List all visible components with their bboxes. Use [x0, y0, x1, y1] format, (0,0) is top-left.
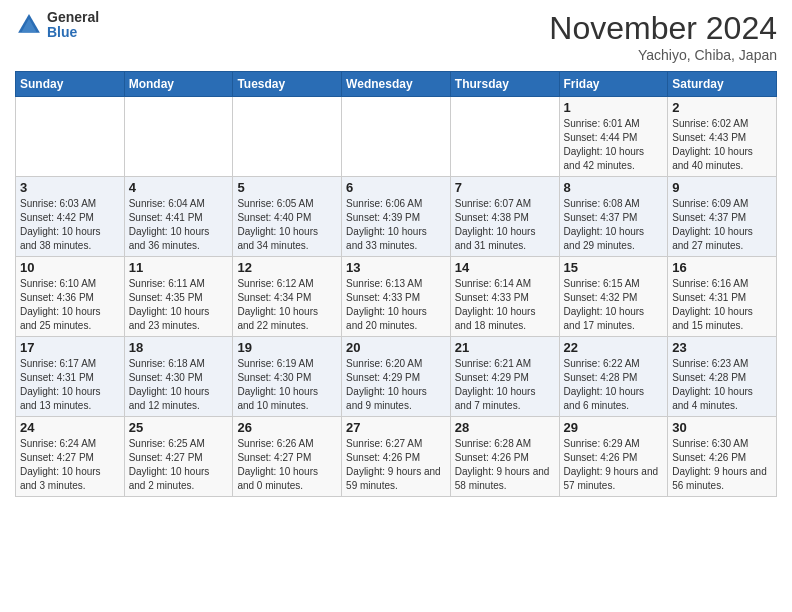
day-info: Sunrise: 6:03 AM Sunset: 4:42 PM Dayligh… [20, 197, 120, 253]
day-cell [16, 97, 125, 177]
header-tuesday: Tuesday [233, 72, 342, 97]
day-cell: 4Sunrise: 6:04 AM Sunset: 4:41 PM Daylig… [124, 177, 233, 257]
day-info: Sunrise: 6:02 AM Sunset: 4:43 PM Dayligh… [672, 117, 772, 173]
day-info: Sunrise: 6:13 AM Sunset: 4:33 PM Dayligh… [346, 277, 446, 333]
day-info: Sunrise: 6:24 AM Sunset: 4:27 PM Dayligh… [20, 437, 120, 493]
day-number: 11 [129, 260, 229, 275]
day-info: Sunrise: 6:01 AM Sunset: 4:44 PM Dayligh… [564, 117, 664, 173]
header-saturday: Saturday [668, 72, 777, 97]
day-info: Sunrise: 6:23 AM Sunset: 4:28 PM Dayligh… [672, 357, 772, 413]
day-cell: 5Sunrise: 6:05 AM Sunset: 4:40 PM Daylig… [233, 177, 342, 257]
header-friday: Friday [559, 72, 668, 97]
logo-general-text: General [47, 10, 99, 25]
logo-icon [15, 11, 43, 39]
day-number: 15 [564, 260, 664, 275]
day-cell: 20Sunrise: 6:20 AM Sunset: 4:29 PM Dayli… [342, 337, 451, 417]
day-number: 24 [20, 420, 120, 435]
day-info: Sunrise: 6:08 AM Sunset: 4:37 PM Dayligh… [564, 197, 664, 253]
header-monday: Monday [124, 72, 233, 97]
day-number: 30 [672, 420, 772, 435]
day-cell: 29Sunrise: 6:29 AM Sunset: 4:26 PM Dayli… [559, 417, 668, 497]
day-cell: 16Sunrise: 6:16 AM Sunset: 4:31 PM Dayli… [668, 257, 777, 337]
day-cell: 28Sunrise: 6:28 AM Sunset: 4:26 PM Dayli… [450, 417, 559, 497]
location-subtitle: Yachiyo, Chiba, Japan [549, 47, 777, 63]
logo-text: General Blue [47, 10, 99, 41]
day-number: 3 [20, 180, 120, 195]
day-cell [342, 97, 451, 177]
day-info: Sunrise: 6:18 AM Sunset: 4:30 PM Dayligh… [129, 357, 229, 413]
header: General Blue November 2024 Yachiyo, Chib… [15, 10, 777, 63]
day-info: Sunrise: 6:20 AM Sunset: 4:29 PM Dayligh… [346, 357, 446, 413]
day-cell: 8Sunrise: 6:08 AM Sunset: 4:37 PM Daylig… [559, 177, 668, 257]
calendar-table: Sunday Monday Tuesday Wednesday Thursday… [15, 71, 777, 497]
week-row-2: 3Sunrise: 6:03 AM Sunset: 4:42 PM Daylig… [16, 177, 777, 257]
day-info: Sunrise: 6:25 AM Sunset: 4:27 PM Dayligh… [129, 437, 229, 493]
day-cell: 24Sunrise: 6:24 AM Sunset: 4:27 PM Dayli… [16, 417, 125, 497]
day-cell: 17Sunrise: 6:17 AM Sunset: 4:31 PM Dayli… [16, 337, 125, 417]
day-cell: 13Sunrise: 6:13 AM Sunset: 4:33 PM Dayli… [342, 257, 451, 337]
day-number: 19 [237, 340, 337, 355]
day-cell [233, 97, 342, 177]
week-row-1: 1Sunrise: 6:01 AM Sunset: 4:44 PM Daylig… [16, 97, 777, 177]
title-block: November 2024 Yachiyo, Chiba, Japan [549, 10, 777, 63]
day-cell: 15Sunrise: 6:15 AM Sunset: 4:32 PM Dayli… [559, 257, 668, 337]
day-cell: 3Sunrise: 6:03 AM Sunset: 4:42 PM Daylig… [16, 177, 125, 257]
day-cell: 7Sunrise: 6:07 AM Sunset: 4:38 PM Daylig… [450, 177, 559, 257]
day-cell: 27Sunrise: 6:27 AM Sunset: 4:26 PM Dayli… [342, 417, 451, 497]
day-number: 21 [455, 340, 555, 355]
day-cell [124, 97, 233, 177]
day-cell: 30Sunrise: 6:30 AM Sunset: 4:26 PM Dayli… [668, 417, 777, 497]
day-cell: 2Sunrise: 6:02 AM Sunset: 4:43 PM Daylig… [668, 97, 777, 177]
day-number: 9 [672, 180, 772, 195]
day-info: Sunrise: 6:07 AM Sunset: 4:38 PM Dayligh… [455, 197, 555, 253]
day-number: 4 [129, 180, 229, 195]
day-number: 22 [564, 340, 664, 355]
weekday-header-row: Sunday Monday Tuesday Wednesday Thursday… [16, 72, 777, 97]
day-number: 26 [237, 420, 337, 435]
day-cell: 12Sunrise: 6:12 AM Sunset: 4:34 PM Dayli… [233, 257, 342, 337]
day-number: 28 [455, 420, 555, 435]
day-info: Sunrise: 6:27 AM Sunset: 4:26 PM Dayligh… [346, 437, 446, 493]
day-cell: 9Sunrise: 6:09 AM Sunset: 4:37 PM Daylig… [668, 177, 777, 257]
day-cell: 10Sunrise: 6:10 AM Sunset: 4:36 PM Dayli… [16, 257, 125, 337]
day-number: 27 [346, 420, 446, 435]
header-thursday: Thursday [450, 72, 559, 97]
day-number: 17 [20, 340, 120, 355]
day-cell: 14Sunrise: 6:14 AM Sunset: 4:33 PM Dayli… [450, 257, 559, 337]
day-info: Sunrise: 6:10 AM Sunset: 4:36 PM Dayligh… [20, 277, 120, 333]
day-number: 5 [237, 180, 337, 195]
day-info: Sunrise: 6:12 AM Sunset: 4:34 PM Dayligh… [237, 277, 337, 333]
day-info: Sunrise: 6:26 AM Sunset: 4:27 PM Dayligh… [237, 437, 337, 493]
day-cell: 26Sunrise: 6:26 AM Sunset: 4:27 PM Dayli… [233, 417, 342, 497]
day-info: Sunrise: 6:06 AM Sunset: 4:39 PM Dayligh… [346, 197, 446, 253]
logo-blue-text: Blue [47, 25, 99, 40]
day-info: Sunrise: 6:29 AM Sunset: 4:26 PM Dayligh… [564, 437, 664, 493]
day-number: 25 [129, 420, 229, 435]
day-number: 13 [346, 260, 446, 275]
day-number: 29 [564, 420, 664, 435]
day-info: Sunrise: 6:16 AM Sunset: 4:31 PM Dayligh… [672, 277, 772, 333]
week-row-4: 17Sunrise: 6:17 AM Sunset: 4:31 PM Dayli… [16, 337, 777, 417]
day-cell: 23Sunrise: 6:23 AM Sunset: 4:28 PM Dayli… [668, 337, 777, 417]
day-number: 20 [346, 340, 446, 355]
header-wednesday: Wednesday [342, 72, 451, 97]
week-row-3: 10Sunrise: 6:10 AM Sunset: 4:36 PM Dayli… [16, 257, 777, 337]
day-number: 2 [672, 100, 772, 115]
day-number: 8 [564, 180, 664, 195]
day-number: 6 [346, 180, 446, 195]
day-cell: 19Sunrise: 6:19 AM Sunset: 4:30 PM Dayli… [233, 337, 342, 417]
day-cell: 1Sunrise: 6:01 AM Sunset: 4:44 PM Daylig… [559, 97, 668, 177]
day-cell: 11Sunrise: 6:11 AM Sunset: 4:35 PM Dayli… [124, 257, 233, 337]
logo: General Blue [15, 10, 99, 41]
day-info: Sunrise: 6:21 AM Sunset: 4:29 PM Dayligh… [455, 357, 555, 413]
day-number: 7 [455, 180, 555, 195]
day-info: Sunrise: 6:09 AM Sunset: 4:37 PM Dayligh… [672, 197, 772, 253]
header-sunday: Sunday [16, 72, 125, 97]
day-info: Sunrise: 6:22 AM Sunset: 4:28 PM Dayligh… [564, 357, 664, 413]
day-info: Sunrise: 6:19 AM Sunset: 4:30 PM Dayligh… [237, 357, 337, 413]
day-info: Sunrise: 6:17 AM Sunset: 4:31 PM Dayligh… [20, 357, 120, 413]
day-info: Sunrise: 6:11 AM Sunset: 4:35 PM Dayligh… [129, 277, 229, 333]
day-number: 16 [672, 260, 772, 275]
day-cell: 6Sunrise: 6:06 AM Sunset: 4:39 PM Daylig… [342, 177, 451, 257]
day-info: Sunrise: 6:05 AM Sunset: 4:40 PM Dayligh… [237, 197, 337, 253]
